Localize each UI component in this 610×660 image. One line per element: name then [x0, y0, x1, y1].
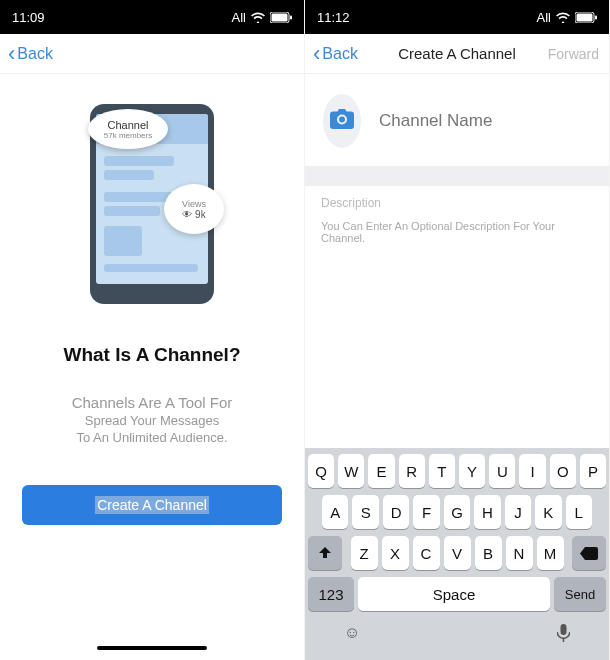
- back-label: Back: [322, 45, 358, 63]
- status-time: 11:09: [12, 10, 45, 25]
- key-l[interactable]: L: [566, 495, 592, 529]
- mic-key[interactable]: [557, 624, 570, 646]
- svg-rect-4: [577, 13, 593, 21]
- illustration-views-label: Views: [182, 199, 206, 209]
- battery-icon: [575, 12, 597, 23]
- svg-rect-2: [290, 15, 292, 19]
- chevron-left-icon: ‹: [8, 43, 15, 65]
- key-z[interactable]: Z: [351, 536, 378, 570]
- nav-bar: ‹ Back: [0, 34, 304, 74]
- key-k[interactable]: K: [535, 495, 561, 529]
- svg-rect-5: [595, 15, 597, 19]
- wifi-icon: [251, 12, 265, 23]
- backspace-key[interactable]: [572, 536, 606, 570]
- description-input[interactable]: You Can Enter An Optional Description Fo…: [305, 216, 609, 366]
- key-b[interactable]: B: [475, 536, 502, 570]
- key-j[interactable]: J: [505, 495, 531, 529]
- key-c[interactable]: C: [413, 536, 440, 570]
- battery-icon: [270, 12, 292, 23]
- subtitle-line-3: To An Unlimited Audience.: [22, 430, 282, 445]
- key-a[interactable]: A: [322, 495, 348, 529]
- status-bar: 11:09 All: [0, 0, 304, 34]
- status-carrier: All: [232, 10, 246, 25]
- status-bar: 11:12 All: [305, 0, 609, 34]
- status-carrier: All: [537, 10, 551, 25]
- shift-key[interactable]: [308, 536, 342, 570]
- key-y[interactable]: Y: [459, 454, 485, 488]
- key-q[interactable]: Q: [308, 454, 334, 488]
- key-h[interactable]: H: [474, 495, 500, 529]
- key-n[interactable]: N: [506, 536, 533, 570]
- forward-button[interactable]: Forward: [548, 46, 599, 62]
- subtitle-line-1: Channels Are A Tool For: [22, 394, 282, 411]
- key-i[interactable]: I: [519, 454, 545, 488]
- status-time: 11:12: [317, 10, 350, 25]
- screen-what-is-channel: 11:09 All ‹ Back Channel 57k members: [0, 0, 305, 660]
- key-f[interactable]: F: [413, 495, 439, 529]
- channel-photo-button[interactable]: [323, 94, 361, 148]
- nav-title: Create A Channel: [398, 45, 516, 62]
- screen-create-channel: 11:12 All ‹ Back Create A Channel Forwar…: [305, 0, 610, 660]
- illustration-members: 57k members: [104, 131, 152, 140]
- key-r[interactable]: R: [399, 454, 425, 488]
- emoji-key[interactable]: ☺: [344, 624, 360, 646]
- nav-bar: ‹ Back Create A Channel Forward: [305, 34, 609, 74]
- channel-illustration: Channel 57k members Views 👁 9k: [82, 104, 222, 304]
- chevron-left-icon: ‹: [313, 43, 320, 65]
- key-g[interactable]: G: [444, 495, 470, 529]
- keyboard-row-4: 123 Space Send: [308, 577, 606, 611]
- space-key[interactable]: Space: [358, 577, 550, 611]
- key-o[interactable]: O: [550, 454, 576, 488]
- key-u[interactable]: U: [489, 454, 515, 488]
- key-d[interactable]: D: [383, 495, 409, 529]
- keyboard: QWERTYUIOP ASDFGHJKL ZXCVBNM 123 Space S…: [305, 448, 609, 660]
- key-e[interactable]: E: [368, 454, 394, 488]
- key-t[interactable]: T: [429, 454, 455, 488]
- numbers-key[interactable]: 123: [308, 577, 354, 611]
- illustration-views-count: 9k: [195, 209, 206, 220]
- key-p[interactable]: P: [580, 454, 606, 488]
- illustration-channel-label: Channel: [108, 119, 149, 131]
- send-key[interactable]: Send: [554, 577, 606, 611]
- key-x[interactable]: X: [382, 536, 409, 570]
- back-label: Back: [17, 45, 53, 63]
- keyboard-row-3: ZXCVBNM: [308, 536, 606, 570]
- create-channel-button[interactable]: Create A Channel: [22, 485, 282, 525]
- subtitle-line-2: Spread Your Messages: [22, 413, 282, 428]
- back-button[interactable]: ‹ Back: [8, 43, 53, 65]
- description-label: Description: [305, 186, 609, 216]
- back-button[interactable]: ‹ Back: [313, 43, 358, 65]
- keyboard-row-1: QWERTYUIOP: [308, 454, 606, 488]
- svg-rect-1: [272, 13, 288, 21]
- key-w[interactable]: W: [338, 454, 364, 488]
- key-s[interactable]: S: [352, 495, 378, 529]
- section-divider: [305, 166, 609, 186]
- wifi-icon: [556, 12, 570, 23]
- page-title: What Is A Channel?: [22, 344, 282, 366]
- camera-icon: [330, 109, 354, 133]
- channel-name-input[interactable]: [379, 111, 591, 131]
- home-indicator[interactable]: [97, 646, 207, 650]
- keyboard-row-2: ASDFGHJKL: [308, 495, 606, 529]
- key-v[interactable]: V: [444, 536, 471, 570]
- key-m[interactable]: M: [537, 536, 564, 570]
